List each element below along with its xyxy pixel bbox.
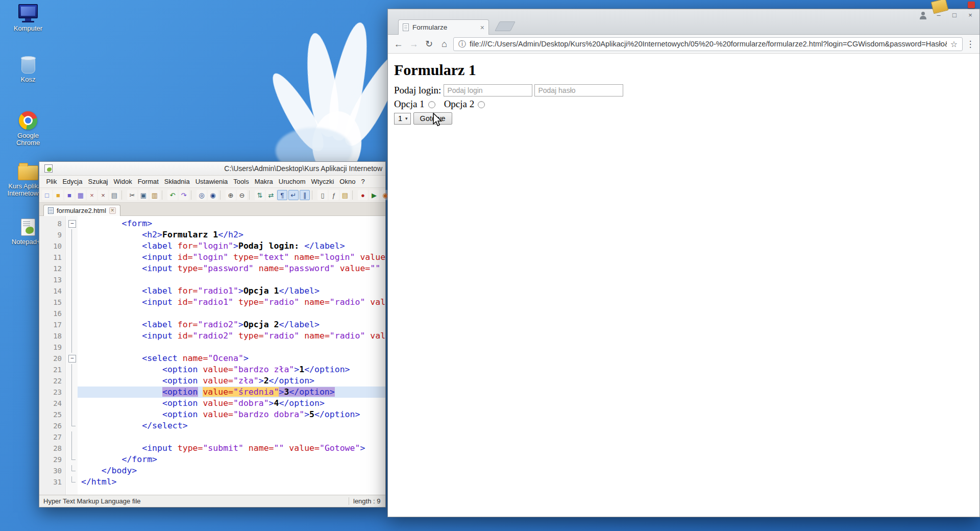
code-line-17[interactable]: 17 <label for="radio2">Opcja 2</label> [39,319,385,330]
toolbar-zoom-out-icon[interactable]: ⊖ [237,190,247,200]
maximize-button[interactable]: □ [947,11,962,20]
code-line-16[interactable]: 16 [39,308,385,319]
code-text: <input type="password" name="password" v… [78,263,385,274]
password-input[interactable] [534,84,623,96]
code-text [78,431,385,443]
url-text[interactable]: file:///C:/Users/Admin/Desktop/Kurs%20Ap… [470,40,947,48]
toolbar-sync-vertical-icon[interactable]: ⇅ [255,190,265,200]
forward-button[interactable]: → [407,38,420,51]
code-line-29[interactable]: 29 </form> [39,454,385,465]
code-line-30[interactable]: 30 </body> [39,465,385,476]
menu-item-format[interactable]: Format [135,176,161,187]
toolbar-replace-icon[interactable]: ◉ [208,190,218,200]
toolbar-save-icon[interactable]: ■ [64,190,75,200]
browser-menu-button[interactable]: ⋮ [965,39,975,50]
close-button[interactable]: × [963,11,977,20]
code-line-10[interactable]: 10 <label for="login">Podaj login: </lab… [39,240,385,252]
toolbar-record-macro-icon[interactable]: ● [358,190,368,200]
toolbar-open-folder-icon[interactable]: ■ [53,190,63,200]
fold-collapse-icon[interactable] [66,218,78,229]
login-input[interactable] [444,84,532,96]
notepadpp-titlebar[interactable]: C:\Users\Admin\Desktop\Kurs Aplikacji In… [39,162,385,176]
toolbar-function-list-icon[interactable]: ƒ [329,190,339,200]
desktop-icon-chrome[interactable]: Google Chrome [4,111,53,147]
toolbar-play-macro-icon[interactable]: ▶ [369,190,379,200]
code-line-23[interactable]: 23 <option value="średnia">3</option> [39,387,385,398]
code-line-8[interactable]: 8 <form> [39,218,385,229]
toolbar-find-icon[interactable]: ◎ [197,190,207,200]
toolbar-redo-icon[interactable]: ↷ [179,190,189,200]
bookmark-star-icon[interactable]: ☆ [950,39,958,49]
tab-formularze2-html[interactable]: formularze2.html × [43,205,120,216]
code-line-12[interactable]: 12 <input type="password" name="password… [39,263,385,274]
toolbar-undo-icon[interactable]: ↶ [167,190,178,200]
tab-close-icon[interactable]: × [109,207,116,214]
toolbar-new-file-icon[interactable]: □ [42,190,52,200]
code-line-14[interactable]: 14 <label for="radio1">Opcja 1</label> [39,285,385,297]
back-button[interactable]: ← [392,38,405,51]
line-number: 21 [39,364,66,375]
toolbar-copy-icon[interactable]: ▣ [138,190,149,200]
toolbar-cut-icon[interactable]: ✂ [127,190,137,200]
menu-item-uruchom[interactable]: Uruchom [276,176,308,187]
fold-collapse-icon[interactable] [66,353,78,364]
desktop-icon-computer[interactable]: Komputer [4,4,53,32]
toolbar-save-all-icon[interactable]: ▦ [76,190,86,200]
menu-item-okno[interactable]: Okno [337,176,358,187]
reload-button[interactable]: ↻ [423,38,435,51]
code-line-11[interactable]: 11 <input id="login" type="text" name="l… [39,252,385,263]
toolbar-doc-map-icon[interactable]: ▯ [317,190,328,200]
menu-item-wtyczki[interactable]: Wtyczki [308,176,337,187]
code-line-13[interactable]: 13 [39,274,385,285]
toolbar-word-wrap-icon[interactable]: ¶ [277,190,287,200]
home-button[interactable]: ⌂ [438,38,451,51]
window-controls: – □ × [918,11,977,20]
code-line-15[interactable]: 15 <input id="radio1" type="radio" name=… [39,297,385,308]
address-bar[interactable]: ⓘ file:///C:/Users/Admin/Desktop/Kurs%20… [453,37,963,51]
toolbar-folder-as-workspace-icon[interactable]: ▤ [340,190,350,200]
toolbar-close-icon[interactable]: × [87,190,97,200]
menu-item-szukaj[interactable]: Szukaj [85,176,111,187]
toolbar-show-all-chars-icon[interactable]: ↵ [288,190,299,200]
code-line-21[interactable]: 21 <option value="bardzo zła">1</option> [39,364,385,375]
menu-item-sk-adnia[interactable]: Składnia [161,176,192,187]
npp-editor[interactable]: 8 <form>9 <h2>Formularz 1</h2>10 <label … [39,216,385,495]
toolbar-print-icon[interactable]: ▤ [109,190,119,200]
browser-titlebar[interactable]: Formularze × – □ × [388,9,979,35]
code-line-28[interactable]: 28 <input type="submit" name="" value="G… [39,443,385,454]
code-line-31[interactable]: 31</html> [39,476,385,488]
notepadpp-icon [21,219,35,236]
tab-close-icon[interactable]: × [480,24,484,31]
code-line-24[interactable]: 24 <option value="dobra">4</option> [39,398,385,409]
browser-tab-formularze[interactable]: Formularze × [398,19,489,35]
toolbar-zoom-in-icon[interactable]: ⊕ [226,190,236,200]
menu-item-makra[interactable]: Makra [252,176,276,187]
toolbar-indent-guide-icon[interactable]: ∥ [300,190,310,200]
menu-item-ustawienia[interactable]: Ustawienia [192,176,231,187]
option2-radio[interactable] [478,101,485,108]
toolbar-sync-horizontal-icon[interactable]: ⇄ [266,190,276,200]
menu-item-tools[interactable]: Tools [231,176,252,187]
ocena-select[interactable]: 1 ▾ [394,113,411,125]
option1-radio[interactable] [428,101,435,108]
desktop-icon-recycle-bin[interactable]: Kosz [4,57,53,83]
login-label: Podaj login: [394,85,441,96]
profile-icon[interactable] [918,11,928,19]
tab-label: formularze2.html [57,207,106,214]
code-line-26[interactable]: 26 </select> [39,420,385,431]
toolbar-paste-icon[interactable]: ▥ [150,190,160,200]
page-info-icon[interactable]: ⓘ [458,39,466,49]
new-tab-button[interactable] [495,21,516,31]
code-line-19[interactable]: 19 [39,342,385,353]
toolbar-close-all-icon[interactable]: × [98,190,108,200]
code-line-20[interactable]: 20 <select name="Ocena"> [39,353,385,364]
menu-item-plik[interactable]: Plik [43,176,60,187]
code-line-25[interactable]: 25 <option value="bardzo dobra">5</optio… [39,409,385,420]
code-line-27[interactable]: 27 [39,431,385,443]
menu-item-edycja[interactable]: Edycja [60,176,85,187]
code-line-9[interactable]: 9 <h2>Formularz 1</h2> [39,229,385,240]
code-line-18[interactable]: 18 <input id="radio2" type="radio" name=… [39,330,385,342]
menu-item-widok[interactable]: Widok [111,176,135,187]
code-line-22[interactable]: 22 <option value="zła">2</option> [39,375,385,387]
menu-item-[interactable]: ? [358,176,368,187]
